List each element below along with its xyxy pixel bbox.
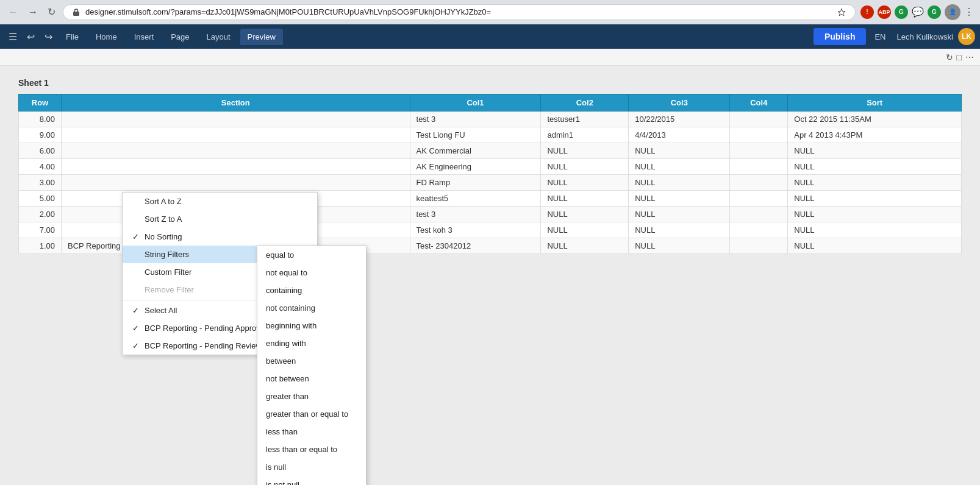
cell-col2: NULL (541, 207, 629, 222)
ext-icon-g2[interactable]: G (928, 5, 941, 19)
sort-a-z-item[interactable]: Sort A to Z (123, 193, 317, 210)
bcp-approval-label: BCP Reporting - Pending Approval (145, 324, 266, 333)
submenu: equal to not equal to containing not con… (257, 246, 367, 485)
cell-col3: NULL (629, 175, 730, 191)
app-header: ☰ ↩ ↪ File Home Insert Page Layout Previ… (0, 24, 980, 49)
cell-row: 6.00 (19, 143, 62, 159)
ext-abp[interactable]: ABP (878, 5, 891, 19)
cell-col4 (730, 191, 788, 207)
context-menu: Sort A to Z Sort Z to A ✓ No Sorting Str… (122, 192, 318, 355)
url-text: designer.stimulsoft.com/?params=dzJJc01j… (85, 7, 832, 16)
table-row: 3.00 FD Ramp NULL NULL NULL (19, 175, 962, 191)
filter-containing[interactable]: containing (257, 281, 366, 299)
user-name: Lech Kulikowski (895, 30, 956, 44)
cell-col3: NULL (629, 222, 730, 238)
filter-between[interactable]: between (257, 352, 366, 370)
col-header-row: Row (19, 94, 62, 112)
cell-sort: NULL (788, 222, 962, 238)
cell-sort: NULL (788, 191, 962, 207)
filter-not-equal-to[interactable]: not equal to (257, 264, 366, 281)
cell-col3: NULL (629, 159, 730, 175)
context-menu-overlay: Sort A to Z Sort Z to A ✓ No Sorting Str… (122, 192, 318, 355)
cell-col3: 4/4/2013 (629, 127, 730, 143)
filter-greater-than-or-equal[interactable]: greater than or equal to (257, 405, 366, 423)
sort-z-a-item[interactable]: Sort Z to A (123, 210, 317, 228)
filter-less-than-or-equal[interactable]: less than or equal to (257, 441, 366, 458)
cell-section (62, 175, 410, 191)
menu-home[interactable]: Home (88, 29, 124, 45)
filter-ending-with[interactable]: ending with (257, 335, 366, 352)
sheet-title: Sheet 1 (18, 78, 962, 88)
filter-not-between[interactable]: not between (257, 370, 366, 388)
publish-button[interactable]: Publish (814, 28, 867, 45)
cell-col3: 10/22/2015 (629, 112, 730, 127)
cell-col3: NULL (629, 238, 730, 254)
no-sorting-check: ✓ (131, 232, 140, 241)
svg-rect-0 (73, 12, 79, 16)
string-filters-item[interactable]: String Filters ▶ equal to not equal to c… (123, 246, 317, 263)
table-row: 9.00 Test Liong FU admin1 4/4/2013 Apr 4… (19, 127, 962, 143)
cell-col2: testuser1 (541, 112, 629, 127)
refresh-icon[interactable]: ↻ (946, 52, 953, 62)
main-content: Sheet 1 Row Section Col1 Col2 Col3 Col4 … (0, 66, 980, 485)
cell-row: 9.00 (19, 127, 62, 143)
ext-chat-icon[interactable]: 💬 (912, 6, 924, 18)
cell-row: 2.00 (19, 207, 62, 222)
cell-col1: AK Engineering (410, 159, 541, 175)
more-options-icon[interactable]: ⋯ (965, 52, 974, 62)
ext-icon-g[interactable]: G (895, 5, 908, 19)
reload-button[interactable]: ↻ (45, 4, 58, 20)
string-filters-submenu: equal to not equal to containing not con… (257, 246, 367, 485)
menu-layout[interactable]: Layout (199, 29, 238, 45)
language-selector[interactable]: EN (868, 30, 892, 44)
user-avatar[interactable]: LK (958, 28, 975, 45)
browser-actions: ! ABP G 💬 G 👤 ⋮ (860, 4, 974, 20)
menu-preview[interactable]: Preview (240, 29, 283, 45)
ext-icon-1[interactable]: ! (860, 5, 874, 19)
filter-not-containing[interactable]: not containing (257, 299, 366, 317)
lock-icon (72, 8, 80, 16)
table-row: 4.00 AK Engineering NULL NULL NULL (19, 159, 962, 175)
user-avatar-browser[interactable]: 👤 (945, 4, 960, 20)
cell-section (62, 112, 410, 127)
filter-greater-than[interactable]: greater than (257, 388, 366, 405)
cell-row: 1.00 (19, 238, 62, 254)
menu-file[interactable]: File (59, 29, 86, 45)
share-icon[interactable]: □ (957, 52, 962, 62)
cell-col1: AK Commercial (410, 143, 541, 159)
forward-button[interactable]: → (26, 4, 40, 20)
cell-col4 (730, 127, 788, 143)
filter-equal-to[interactable]: equal to (257, 246, 366, 264)
cell-col1: Test- 23042012 (410, 238, 541, 254)
undo-icon[interactable]: ↩ (23, 29, 38, 45)
back-button[interactable]: ← (6, 4, 21, 20)
menu-page[interactable]: Page (163, 29, 196, 45)
sort-z-a-label: Sort Z to A (145, 214, 182, 224)
cell-sort: Oct 22 2015 11:35AM (788, 112, 962, 127)
filter-is-not-null[interactable]: is not null (257, 476, 366, 485)
no-sorting-item[interactable]: ✓ No Sorting (123, 228, 317, 246)
cell-col4 (730, 112, 788, 127)
table-row: 6.00 AK Commercial NULL NULL NULL (19, 143, 962, 159)
cell-row: 3.00 (19, 175, 62, 191)
bcp-approval-check: ✓ (131, 324, 140, 333)
bcp-review-check: ✓ (131, 341, 140, 350)
filter-is-null[interactable]: is null (257, 458, 366, 476)
cell-sort: NULL (788, 238, 962, 254)
browser-menu-button[interactable]: ⋮ (964, 6, 974, 18)
cell-col3: NULL (629, 143, 730, 159)
cell-col2: NULL (541, 175, 629, 191)
cell-col2: NULL (541, 238, 629, 254)
cell-col2: NULL (541, 222, 629, 238)
filter-beginning-with[interactable]: beginning with (257, 317, 366, 335)
cell-col2: NULL (541, 191, 629, 207)
cell-col1: Test Liong FU (410, 127, 541, 143)
hamburger-menu-icon[interactable]: ☰ (5, 29, 21, 45)
address-bar[interactable]: designer.stimulsoft.com/?params=dzJJc01j… (63, 4, 856, 20)
star-icon[interactable] (837, 7, 846, 17)
menu-insert[interactable]: Insert (127, 29, 162, 45)
cell-col2: NULL (541, 143, 629, 159)
filter-less-than[interactable]: less than (257, 423, 366, 441)
cell-col2: NULL (541, 159, 629, 175)
redo-icon[interactable]: ↪ (41, 29, 56, 45)
